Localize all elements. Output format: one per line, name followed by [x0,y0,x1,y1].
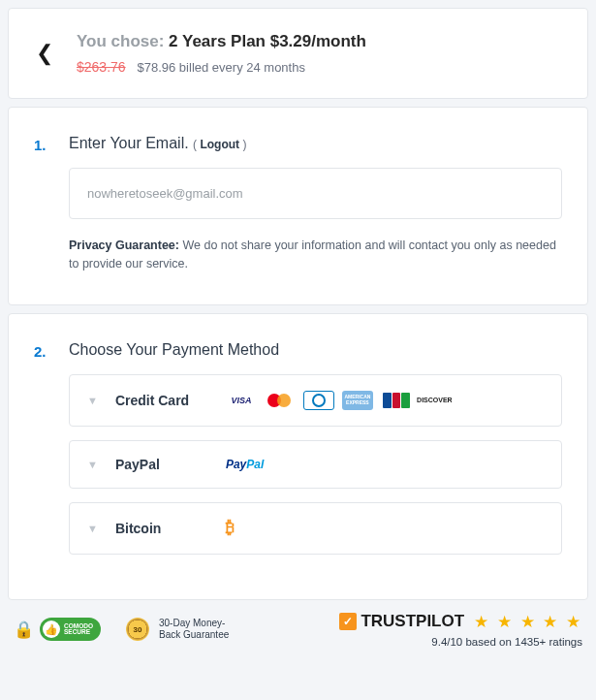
plan-title: You chose: 2 Years Plan $3.29/month [77,32,366,51]
step-number-1: 1. [34,137,51,153]
step1-title-row: Enter Your Email. ( Logout ) [69,135,562,152]
you-chose-label: You chose: [77,32,164,50]
lock-icon: 🔒 [14,620,34,640]
logout-link[interactable]: Logout [200,138,239,151]
plan-price-line: $263.76 $78.96 billed every 24 months [77,59,366,75]
plan-details: You chose: 2 Years Plan $3.29/month $263… [77,32,366,75]
footer: 🔒 👍 COMODOSECURE 30 30-Day Money-Back Gu… [0,608,596,648]
paypal-label: PayPal [115,457,212,472]
trustpilot-label: TRUSTPILOT [361,612,464,631]
chevron-down-icon: ▼ [87,523,98,534]
amex-icon: AMERICAN EXPRESS [342,391,373,410]
step1-title: Enter Your Email. [69,135,189,151]
jcb-icon [381,391,412,410]
logout-wrapper: ( Logout ) [193,138,246,151]
email-step-card: 1. Enter Your Email. ( Logout ) Privacy … [8,107,588,305]
chevron-down-icon: ▼ [87,395,98,406]
bitcoin-icon: ₿ [226,519,235,538]
chevron-down-icon: ▼ [87,459,98,470]
comodo-secure-badge: 👍 COMODOSECURE [40,618,101,641]
trustpilot-logo: ✓ TRUSTPILOT [339,612,464,631]
payment-option-paypal[interactable]: ▼ PayPal PayPal [69,440,562,489]
payment-step-card: 2. Choose Your Payment Method ▼ Credit C… [8,313,588,600]
discover-icon: DISCOVER [420,391,451,410]
privacy-guarantee: Privacy Guarantee: We do not share your … [69,237,562,273]
rating-text: 9.4/10 based on 1435+ ratings [339,636,582,648]
payment-option-bitcoin[interactable]: ▼ Bitcoin ₿ [69,502,562,555]
money-back-badge-icon: 30 [126,618,149,641]
trustpilot-check-icon: ✓ [339,613,357,630]
trustpilot-block: ✓ TRUSTPILOT ★ ★ ★ ★ ★ 9.4/10 based on 1… [339,612,582,648]
diners-icon [303,391,334,410]
strike-price: $263.76 [77,59,126,75]
step2-title: Choose Your Payment Method [69,341,562,359]
thumbs-up-icon: 👍 [43,620,60,638]
visa-icon: VISA [226,391,257,410]
rating-stars-icon: ★ ★ ★ ★ ★ [474,612,582,632]
billed-text: $78.96 billed every 24 months [138,60,305,75]
paypal-icon: PayPal [226,458,264,471]
mastercard-icon [265,391,296,410]
plan-summary-card: ❮ You chose: 2 Years Plan $3.29/month $2… [8,8,588,99]
privacy-label: Privacy Guarantee: [69,239,179,252]
credit-card-label: Credit Card [115,393,212,408]
guarantee-text: 30-Day Money-Back Guarantee [159,618,246,641]
back-chevron-icon[interactable]: ❮ [32,37,57,70]
bitcoin-label: Bitcoin [115,521,212,536]
plan-name: 2 Years Plan $3.29/month [169,32,366,50]
step-number-2: 2. [34,343,51,360]
payment-option-credit-card[interactable]: ▼ Credit Card VISA AMERICAN EXPRESS DISC… [69,374,562,427]
comodo-text: COMODOSECURE [64,623,93,636]
credit-card-icons: VISA AMERICAN EXPRESS DISCOVER [226,391,451,410]
email-field[interactable] [69,168,562,219]
